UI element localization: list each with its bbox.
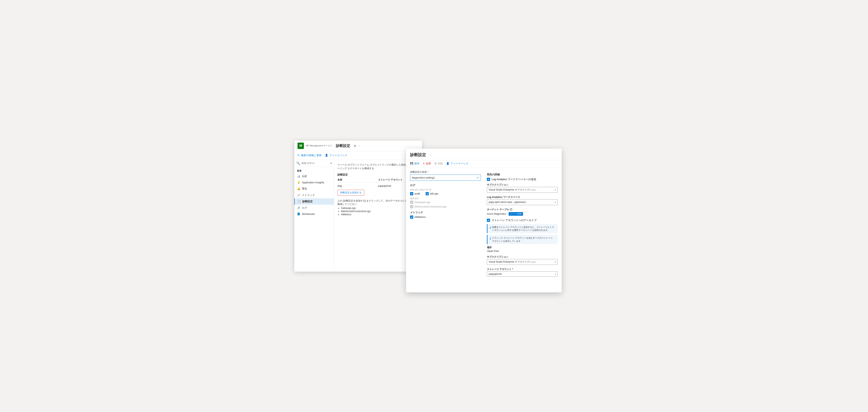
alllogs-checkbox[interactable]: allLogs	[426, 192, 438, 195]
panel-right: 宛先の詳細 Log Analytics ワークスペースへの送信 サブスクリプショ…	[487, 170, 558, 279]
storage-account-dropdown[interactable]: pappapimstr ▾	[487, 271, 558, 276]
azure-diag-text: Azure Diagnostics	[487, 212, 506, 215]
audit-checkbox[interactable]: audit	[410, 192, 420, 195]
subscription-label: サブスクリプション	[487, 183, 558, 186]
chevron-down-icon: ▾	[555, 189, 556, 191]
info-icon-2: ℹ	[490, 237, 491, 241]
target-table-label: ターゲット テーブル ⓘ	[487, 208, 558, 211]
pin-icon[interactable]: ⊕	[354, 144, 356, 147]
chevron-down-icon-2: ▾	[555, 201, 556, 203]
appinsights-icon: 💡	[297, 181, 300, 184]
audit-checkbox-box	[410, 192, 413, 195]
required-indicator: *	[428, 171, 429, 173]
subscription-form-row: サブスクリプション Visual Studio Enterprise サブスクリ…	[487, 183, 558, 193]
logs-section-title: ログ	[410, 183, 481, 187]
page-title: 診断設定	[336, 143, 350, 148]
location-value: Japan East	[487, 249, 558, 253]
panel-more-icon[interactable]: ···	[429, 153, 432, 156]
destination-title: 宛先の詳細	[487, 173, 558, 176]
subscription-dropdown[interactable]: Visual Studio Enterprise サブスクリプション ▾	[487, 187, 558, 193]
panel-title: 診断設定	[410, 152, 426, 157]
collapse-icon[interactable]: «	[330, 161, 332, 165]
search-icon: 🔍	[296, 161, 300, 165]
check-icon: ✓	[476, 176, 479, 180]
name-input[interactable]: diagnostics-setting1 ✓	[410, 175, 481, 181]
websocketlogs-row: WebSocketConnectionLogs	[410, 205, 481, 208]
panel-left: 診断設定の名前 * diagnostics-setting1 ✓ ログ カテゴリ…	[410, 170, 481, 279]
storage-subscription-dropdown[interactable]: Visual Studio Enterprise サブスクリプション ▾	[487, 259, 558, 265]
analytics-icon: 📊	[297, 175, 300, 178]
feedback-button[interactable]: 👤 フィードバック	[325, 153, 347, 158]
checkmark-icon	[411, 193, 413, 195]
refresh-button[interactable]: ↻ 最新の情報に更新	[298, 153, 322, 158]
alerts-icon: 🔔	[297, 187, 300, 190]
resource-specific-badge: リソース固有	[508, 212, 523, 216]
discard-icon: ✕	[423, 162, 425, 165]
storage-subscription-form-row: サブスクリプション Visual Studio Enterprise サブスクリ…	[487, 255, 558, 265]
refresh-icon: ↻	[298, 154, 300, 157]
category-group-info-icon: ⓘ	[429, 188, 431, 191]
discard-button[interactable]: ✕ 破棄	[423, 162, 431, 165]
chevron-down-icon-4: ▾	[555, 273, 556, 275]
more-options-icon[interactable]: ···	[358, 144, 360, 147]
title-bar: W API Management サービス 診断設定 ⊕ ···	[294, 141, 422, 151]
panel-title-bar: 診断設定 ···	[406, 149, 562, 160]
metrics-section-title: メトリック	[410, 211, 481, 214]
log-analytics-ws-dropdown[interactable]: papp-apim-demo-laws（japaneast） ▾	[487, 199, 558, 205]
title-actions: ⊕ ···	[354, 144, 360, 147]
panel-body: 診断設定の名前 * diagnostics-setting1 ✓ ログ カテゴリ…	[406, 167, 562, 283]
workbooks-icon: 📘	[297, 212, 300, 216]
websocketlogs-checkbox-disabled	[410, 205, 413, 208]
storage-subscription-label: サブスクリプション	[487, 255, 558, 259]
log-analytics-ws-form-row: Log Analytics ワークスペース papp-apim-demo-law…	[487, 196, 558, 205]
chevron-down-icon-3: ▾	[555, 261, 556, 263]
storage-checkbox[interactable]	[487, 219, 490, 222]
target-table-info-icon: ⓘ	[510, 208, 512, 211]
col-name: 名前	[337, 178, 378, 181]
save-button[interactable]: 💾 保存	[410, 162, 420, 165]
feedback-icon: 👤	[325, 154, 328, 157]
allmetrics-checkbox-box	[410, 215, 413, 219]
add-diagnostic-button[interactable]: 診断設定を追加する	[337, 190, 364, 196]
name-label: 診断設定の名前 *	[410, 170, 481, 174]
info-icon-1: ℹ	[490, 226, 491, 230]
sidebar-item-diagsettings[interactable]: 📋 診断設定	[294, 198, 334, 205]
log-analytics-checkbox-row: Log Analytics ワークスペースへの送信	[487, 178, 558, 181]
delete-button[interactable]: 🗑 削除	[434, 162, 443, 165]
gatewaylogs-checkbox-disabled	[410, 201, 413, 204]
sidebar-item-alerts[interactable]: 🔔 警告	[294, 185, 334, 192]
service-name: API Management サービス	[306, 144, 332, 147]
log-analytics-checkbox[interactable]	[487, 178, 490, 181]
row-name: diag	[337, 184, 378, 187]
allmetrics-checkbox[interactable]: AllMetrics	[410, 215, 481, 219]
detail-panel: 診断設定 ··· 💾 保存 ✕ 破棄 🗑 削除 👤 フィードバック	[406, 149, 562, 292]
info-box-1: ℹ 診断をストレージ アカウントに送信すると、ストレージとトランザクションに対す…	[487, 224, 558, 233]
search-box[interactable]: 🔍 «	[294, 160, 334, 167]
storage-account-label: ストレージ アカウント *	[487, 268, 558, 271]
storage-required-indicator: *	[512, 268, 513, 271]
body-area: 🔍 « 監視 📊 分析 💡 Application Insights 🔔 警告	[294, 160, 422, 272]
category-label: カテゴリ	[410, 197, 481, 200]
storage-checkbox-label: ストレージ アカウントへのアーカイブ	[492, 218, 536, 222]
target-table-form-row: ターゲット テーブル ⓘ Azure Diagnostics リソース固有	[487, 208, 558, 216]
sidebar-item-metrics[interactable]: 📈 メトリック	[294, 192, 334, 198]
sidebar: 🔍 « 監視 📊 分析 💡 Application Insights 🔔 警告	[294, 160, 334, 272]
portal-logo: W	[298, 143, 304, 149]
alllogs-checkbox-box	[426, 192, 429, 195]
panel-toolbar: 💾 保存 ✕ 破棄 🗑 削除 👤 フィードバック	[406, 160, 562, 167]
log-analytics-label: Log Analytics ワークスペースへの送信	[492, 178, 536, 181]
storage-account-form-row: ストレージ アカウント * pappapimstr ▾	[487, 268, 558, 276]
category-group-checkboxes: audit allLogs	[410, 192, 481, 195]
storage-checkbox-row: ストレージ アカウントへのアーカイブ	[487, 218, 558, 222]
sidebar-item-workbooks[interactable]: 📘 Workbooks	[294, 211, 334, 217]
log-analytics-ws-label: Log Analytics ワークスペース	[487, 196, 558, 199]
sidebar-item-logs[interactable]: 🔗 ログ	[294, 205, 334, 211]
search-input[interactable]	[302, 162, 329, 165]
sidebar-item-appinsights[interactable]: 💡 Application Insights	[294, 180, 334, 185]
main-toolbar: ↻ 最新の情報に更新 👤 フィードバック	[294, 151, 422, 160]
location-label: 場所	[487, 246, 558, 249]
panel-feedback-button[interactable]: 👤 フィードバック	[446, 162, 468, 165]
category-group-label: カテゴリ グループ ⓘ	[410, 188, 481, 191]
diagsettings-icon: 📋	[298, 200, 301, 203]
sidebar-item-analytics[interactable]: 📊 分析	[294, 173, 334, 180]
